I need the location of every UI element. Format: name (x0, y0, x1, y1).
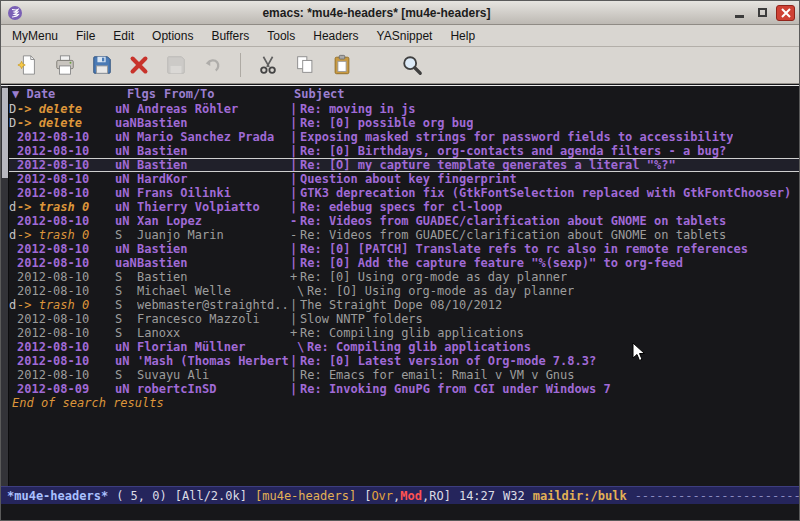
thread-char: | (290, 382, 300, 396)
message-date: -> trash 0 (17, 228, 115, 242)
menu-item-yasnippet[interactable]: YASnippet (368, 26, 442, 46)
menu-item-edit[interactable]: Edit (104, 26, 143, 46)
message-row[interactable]: 2012-08-10 S Lanoxx + Re: Compiling glib… (9, 326, 799, 340)
message-from: Andreas Röhler (137, 102, 290, 116)
menu-item-tools[interactable]: Tools (258, 26, 304, 46)
message-flags: uaN (115, 116, 137, 130)
menu-item-options[interactable]: Options (143, 26, 202, 46)
close-buffer-button[interactable] (124, 50, 154, 80)
new-file-icon (17, 54, 39, 76)
mark-char (9, 326, 17, 340)
maximize-icon (758, 8, 767, 17)
message-row[interactable]: d -> trash 0 uN Thierry Volpiatto | Re: … (9, 200, 799, 214)
message-row[interactable]: 2012-08-10 uN Frans Oilinki | GTK3 depre… (9, 186, 799, 200)
message-flags: uN (115, 242, 137, 256)
thread-char: | (290, 368, 300, 382)
message-flags: uN (115, 144, 137, 158)
message-date: 2012-08-10 (17, 214, 115, 228)
message-flags: S (115, 298, 137, 312)
message-subject: Re: Videos from GUADEC/clarification abo… (300, 214, 726, 228)
column-flags[interactable]: Flgs (127, 86, 164, 102)
message-row[interactable]: D -> delete uaN Bastien | Re: [0] possib… (9, 116, 799, 130)
message-row[interactable]: d -> trash 0 S webmaster@straightd... | … (9, 298, 799, 312)
message-subject: Re: Videos from GUADEC/clarification abo… (300, 228, 726, 242)
menu-item-headers[interactable]: Headers (304, 26, 367, 46)
message-row[interactable]: 2012-08-10 uaN Bastien | Re: [0] Add the… (9, 256, 799, 270)
message-date: -> delete (17, 102, 115, 116)
message-flags: uN (115, 102, 137, 116)
scrollbar-thumb[interactable] (2, 88, 8, 178)
menu-item-buffers[interactable]: Buffers (202, 26, 258, 46)
scrollbar[interactable] (1, 86, 9, 486)
modeline-status-flags: [Ovr,Mod,RO] (364, 487, 451, 505)
emacs-frame: ▼ Date Flgs From/To Subject D -> delete … (1, 85, 799, 520)
menu-item-file[interactable]: File (67, 26, 104, 46)
thread-char: - (290, 228, 300, 242)
message-date: 2012-08-10 (17, 172, 115, 186)
modeline-size: [All/2.0k] (175, 487, 247, 505)
column-from[interactable]: From/To (164, 86, 294, 102)
message-flags: S (115, 312, 137, 326)
paste-icon (331, 54, 353, 76)
mark-char (9, 312, 17, 326)
mark-char (9, 256, 17, 270)
mark-char (9, 340, 17, 354)
message-row[interactable]: 2012-08-10 S Suvayu Ali | Re: Emacs for … (9, 368, 799, 382)
title-bar[interactable]: emacs: *mu4e-headers* [mu4e-headers] (1, 1, 799, 25)
mark-char: D (9, 116, 17, 130)
paste-button[interactable] (327, 50, 357, 80)
message-row[interactable]: 2012-08-10 uN Florian Müllner \ Re: Comp… (9, 340, 799, 354)
message-subject: Re: [0] Using org-mode as day planner (300, 270, 567, 284)
print-button[interactable] (50, 50, 80, 80)
message-row[interactable]: 2012-08-10 uN Bastien | Re: [0] [PATCH] … (9, 242, 799, 256)
message-date: 2012-08-10 (17, 326, 115, 340)
thread-char: \ (290, 284, 307, 298)
cut-button[interactable] (253, 50, 283, 80)
message-row[interactable]: 2012-08-10 uN Xan Lopez - Re: Videos fro… (9, 214, 799, 228)
modeline-major-mode: [mu4e-headers] (255, 487, 356, 505)
message-row[interactable]: 2012-08-10 uN Bastien | Re: [0] Birthday… (9, 144, 799, 158)
save-as-button (161, 50, 191, 80)
message-row[interactable]: 2012-08-09 uN robertcInSD | Re: Invoking… (9, 382, 799, 396)
message-row[interactable]: 2012-08-10 uN 'Mash (Thomas Herbert) | R… (9, 354, 799, 368)
message-date: 2012-08-09 (17, 382, 115, 396)
mark-char (9, 186, 17, 200)
thread-char: \ (290, 340, 307, 354)
message-row[interactable]: 2012-08-10 S Bastien + Re: [0] Using org… (9, 270, 799, 284)
message-row[interactable]: 2012-08-10 S Francesco Mazzoli | Slow NN… (9, 312, 799, 326)
message-from: robertcInSD (137, 382, 290, 396)
search-button[interactable] (397, 50, 427, 80)
message-flags: uN (115, 159, 137, 171)
column-subject[interactable]: Subject (294, 86, 799, 102)
message-row[interactable]: 2012-08-10 uN Bastien | Re: [O] my captu… (9, 158, 799, 172)
message-row[interactable]: 2012-08-10 uN Mario Sanchez Prada | Expo… (9, 130, 799, 144)
message-row[interactable]: 2012-08-10 uN HardKor | Question about k… (9, 172, 799, 186)
message-date: 2012-08-10 (17, 312, 115, 326)
message-date: 2012-08-10 (17, 256, 115, 270)
message-from: Florian Müllner (137, 340, 290, 354)
save-button[interactable] (87, 50, 117, 80)
modeline-modified-flag: Mod (400, 489, 422, 503)
close-button[interactable] (776, 5, 795, 21)
message-from: Bastien (137, 144, 290, 158)
new-file-button[interactable] (13, 50, 43, 80)
menu-item-mymenu[interactable]: MyMenu (3, 26, 67, 46)
copy-button[interactable] (290, 50, 320, 80)
message-flags: S (115, 228, 137, 242)
column-date[interactable]: ▼ Date (9, 86, 127, 102)
mark-char: d (9, 200, 17, 214)
thread-char: | (290, 130, 300, 144)
maximize-button[interactable] (753, 5, 772, 21)
message-row[interactable]: D -> delete uN Andreas Röhler | Re: movi… (9, 102, 799, 116)
message-row[interactable]: 2012-08-10 S Michael Welle \ Re: [O] Usi… (9, 284, 799, 298)
message-date: 2012-08-10 (17, 159, 115, 171)
modeline-readonly-flag: RO (429, 489, 443, 503)
message-flags: uN (115, 130, 137, 144)
menu-item-help[interactable]: Help (441, 26, 484, 46)
minimize-button[interactable] (730, 5, 749, 21)
message-subject: Re: [0] Birthdays, org-contacts and agen… (300, 144, 726, 158)
thread-char: | (290, 186, 300, 200)
message-subject: Re: Compiling glib applications (307, 340, 531, 354)
copy-icon (294, 54, 316, 76)
message-row[interactable]: d -> trash 0 S Juanjo Marin - Re: Videos… (9, 228, 799, 242)
